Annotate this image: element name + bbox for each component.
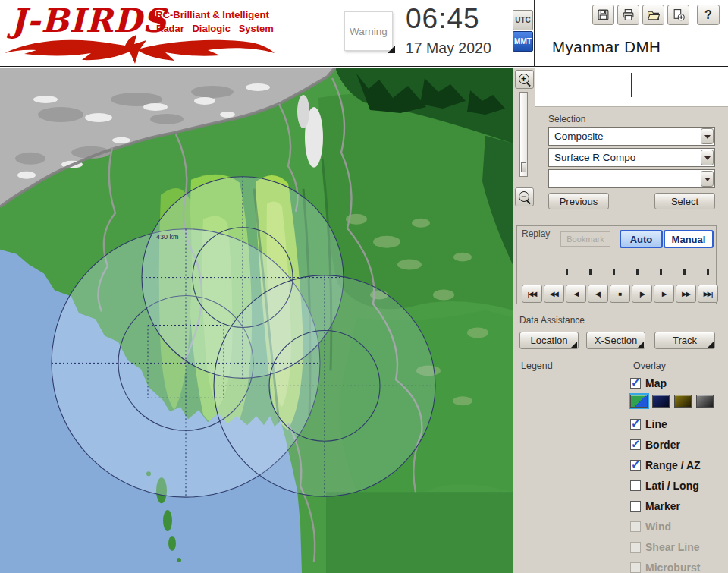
replay-groupbox: Replay Bookmark Auto Manual |◀◀ ◀◀ ◀ ◀| … [516,225,717,304]
fast-rewind-button[interactable]: ◀◀ [544,285,564,303]
play-reverse-button[interactable]: ◀ [566,285,586,303]
resize-corner-icon[interactable] [388,46,395,53]
print-icon [622,8,635,21]
skip-end-button[interactable]: ▶▶| [698,285,718,303]
auto-label: Auto [630,234,653,245]
product-name-dropdown[interactable]: Surface R Compo [548,148,715,167]
clock-time: 06:45 [406,3,480,35]
range-ring-label: 430 km [156,233,178,241]
overlay-item-label: Line [645,418,667,430]
auto-mode-button[interactable]: Auto [620,230,663,248]
export-icon [672,8,685,21]
map-checkbox[interactable] [630,378,641,389]
mmt-label: MMT [514,37,532,46]
step-forward-button[interactable]: |▶ [632,285,652,303]
warning-button[interactable]: Warning [344,11,393,51]
corner-expand-icon [638,342,644,348]
magnifier-handle [526,199,531,204]
fast-forward-icon: ▶▶ [682,291,689,298]
warning-label: Warning [350,26,388,37]
overlay-item-label: Wind [645,521,671,533]
zoom-slider-thumb[interactable] [521,162,526,172]
save-button[interactable] [592,5,614,25]
timeline-tick [707,269,709,275]
legend-section-label: Legend [521,360,553,371]
fast-forward-button[interactable]: ▶▶ [676,285,696,303]
print-button[interactable] [617,5,639,25]
selection-section-label: Selection [548,114,585,124]
timeline-tick [566,269,568,275]
help-button[interactable]: ? [697,5,720,25]
palette-gray-swatch[interactable] [696,395,714,408]
play-button[interactable]: ▶ [654,285,674,303]
product-type-value: Composite [554,131,604,142]
overlay-item-lati-long[interactable]: Lati / Long [630,478,727,493]
overlay-item-line[interactable]: Line [630,417,727,432]
zoom-in-button[interactable]: + [515,70,534,89]
line-checkbox[interactable] [630,419,641,430]
skip-end-icon: ▶▶| [704,291,713,298]
lati-long-checkbox[interactable] [630,480,641,491]
bookmark-button: Bookmark [560,231,610,247]
chevron-down-icon[interactable] [701,171,714,187]
step-back-button[interactable]: ◀| [588,285,608,303]
map-palette-row [630,395,714,408]
location-button[interactable]: Location [519,332,579,349]
overlay-item-marker[interactable]: Marker [630,499,727,514]
header-bar: J-BIRDS JRC-Brilliant & Intelligent Rada… [0,0,728,67]
export-button[interactable] [667,5,689,25]
product-info-input[interactable] [535,68,728,107]
corner-expand-icon [571,342,577,348]
skip-start-icon: |◀◀ [528,291,537,298]
save-icon [597,8,610,21]
overlay-item-map[interactable]: Map [630,376,727,391]
location-label: Location [530,335,567,346]
palette-terrain-swatch[interactable] [630,395,648,408]
overlay-item-label: Shear Line [645,541,700,553]
app-logo-subtitle-1: JRC-Brilliant & Intelligent [150,9,269,20]
x-section-button[interactable]: X-Section [586,332,645,349]
step-forward-icon: |▶ [639,291,644,298]
open-folder-button[interactable] [642,5,664,25]
chevron-down-icon[interactable] [701,128,714,144]
product-option-dropdown[interactable] [548,169,715,188]
select-button[interactable]: Select [654,193,715,209]
overlay-item-label: Range / AZ [645,459,701,471]
palette-olive-swatch[interactable] [674,395,692,408]
select-label: Select [671,196,698,207]
utc-toggle-button[interactable]: UTC [513,10,533,30]
range-az-checkbox[interactable] [630,460,641,471]
manual-mode-button[interactable]: Manual [664,230,714,248]
zoom-slider[interactable] [519,92,528,177]
track-button[interactable]: Track [654,332,715,349]
overlay-item-range-az[interactable]: Range / AZ [630,458,727,473]
zoom-out-button[interactable]: − [515,187,534,206]
timeline-tick [589,269,592,275]
overlay-item-border[interactable]: Border [630,437,727,452]
skip-start-button[interactable]: |◀◀ [522,285,542,303]
text-caret [631,73,632,97]
radar-map[interactable]: 430 km [0,68,513,573]
stop-button[interactable]: ■ [610,285,630,303]
header-divider [534,0,535,67]
app-logo-subtitle-2: Radar Dialogic System [156,23,274,34]
border-checkbox[interactable] [630,439,641,450]
product-type-dropdown[interactable]: Composite [548,127,715,146]
bookmark-label: Bookmark [566,235,604,244]
microburst-checkbox [630,562,641,573]
open-folder-icon [647,8,660,21]
product-name-value: Surface R Compo [554,152,635,163]
previous-button[interactable]: Previous [548,193,609,209]
step-back-icon: ◀| [595,291,600,298]
x-section-label: X-Section [595,335,637,346]
overlay-item-shear-line: Shear Line [630,540,727,555]
overlay-item-wind: Wind [630,519,727,534]
play-reverse-icon: ◀ [574,291,578,298]
organization-name: Myanmar DMH [552,38,661,56]
help-icon: ? [704,8,712,22]
control-panel: + − Selection Composite Surface R Compo … [513,68,728,573]
marker-checkbox[interactable] [630,501,641,512]
palette-navy-swatch[interactable] [652,395,670,408]
mmt-toggle-button[interactable]: MMT [513,31,533,52]
chevron-down-icon[interactable] [701,150,714,165]
